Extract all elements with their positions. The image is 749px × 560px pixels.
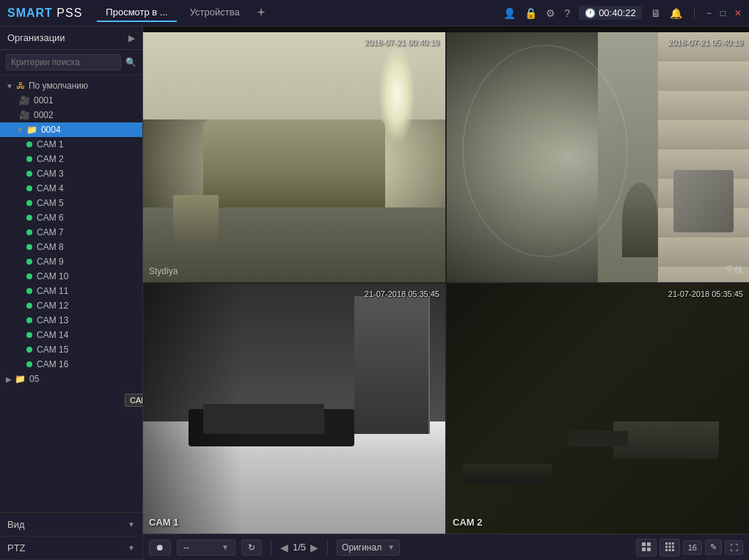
layout-4-icon xyxy=(641,542,651,552)
layout-16-button[interactable]: 16 xyxy=(683,540,702,555)
cam3-scene xyxy=(143,284,445,534)
tree-item-cam4[interactable]: CAM 4 xyxy=(0,181,142,196)
tree-item-cam8[interactable]: CAM 8 xyxy=(0,240,142,254)
view-dropdown-arrow: ▼ xyxy=(128,520,135,528)
tree-item-0002[interactable]: 🎥 0002 xyxy=(0,108,142,122)
app-name-light: PSS xyxy=(53,7,82,19)
sidebar-bottom: Вид ▼ PTZ ▼ xyxy=(0,512,142,560)
tree-item-cam13[interactable]: CAM 13 xyxy=(0,313,142,328)
tree-label-0004: 0004 xyxy=(41,125,61,135)
cam-status-dot xyxy=(26,259,32,265)
settings-icon[interactable]: ⚙ xyxy=(546,7,555,19)
tree-item-05[interactable]: ▶ 📁 05 xyxy=(0,372,142,386)
close-button[interactable]: ✕ xyxy=(734,8,742,18)
layout-4-button[interactable] xyxy=(636,539,657,556)
tree-item-cam2[interactable]: CAM 2 xyxy=(0,152,142,166)
app-logo: SMART PSS xyxy=(7,7,82,20)
cam2-scene xyxy=(447,32,749,282)
svg-rect-12 xyxy=(672,549,674,551)
tree-item-cam15[interactable]: CAM 15 xyxy=(0,342,142,357)
next-page-button[interactable]: ▶ xyxy=(310,542,318,553)
separator-1 xyxy=(271,540,271,555)
refresh-button[interactable]: ↻ xyxy=(241,539,262,556)
svg-rect-10 xyxy=(665,549,668,551)
cam-status-dot xyxy=(26,361,32,367)
tree-item-cam7[interactable]: CAM 7 xyxy=(0,225,142,240)
record-button[interactable]: ⏺ xyxy=(149,539,171,556)
ptz-item[interactable]: PTZ ▼ xyxy=(0,537,142,560)
svg-rect-6 xyxy=(672,542,674,545)
ptz-dropdown-arrow: ▼ xyxy=(128,544,135,552)
cam1-furniture xyxy=(173,195,219,245)
separator-2 xyxy=(327,540,328,555)
tab-devices[interactable]: Устройства xyxy=(181,4,249,22)
tree-item-cam3[interactable]: CAM 3 CAM 3 xyxy=(0,166,142,181)
tree-item-cam1[interactable]: CAM 1 xyxy=(0,137,142,152)
video-cell-2[interactable]: 2018-07-21 05:40:19 千検 xyxy=(447,32,749,282)
tree-item-0004[interactable]: ▼ 📁 0004 xyxy=(0,122,142,137)
tree-item-cam10[interactable]: CAM 10 xyxy=(0,269,142,284)
cam2-object xyxy=(622,183,658,257)
video-cell-1[interactable]: 2018-07-21 00:40:19 Stydiya xyxy=(143,32,445,282)
lock-icon[interactable]: 🔒 xyxy=(525,7,537,19)
device-icon-0001: 🎥 xyxy=(19,95,30,106)
fullscreen-button[interactable]: ⛶ xyxy=(725,540,743,555)
user-icon[interactable]: 👤 xyxy=(503,7,516,19)
cam2-fisheye xyxy=(462,45,629,257)
video-cell-4[interactable]: 21-07-2018 05:35:45 CAM 2 xyxy=(447,284,749,534)
cam1-sofa xyxy=(203,119,384,207)
tree-item-cam12[interactable]: CAM 12 xyxy=(0,298,142,313)
tree-label-05: 05 xyxy=(29,374,39,384)
cam-status-dot xyxy=(26,288,32,294)
layout-9-button[interactable] xyxy=(660,539,680,556)
tree-item-default[interactable]: ▼ 🖧 По умолчанию xyxy=(0,78,142,93)
cam-status-dot xyxy=(26,156,32,162)
video-cell-3[interactable]: 21-07-2018 05:35:45 CAM 1 xyxy=(143,284,445,534)
tree-label-cam12: CAM 12 xyxy=(37,301,68,311)
maximize-button[interactable]: □ xyxy=(720,8,726,18)
tree-item-cam6[interactable]: CAM 6 xyxy=(0,210,142,225)
view-item[interactable]: Вид ▼ xyxy=(0,513,142,537)
device-tree: ▼ 🖧 По умолчанию 🎥 0001 🎥 0002 ▼ 📁 0004 xyxy=(0,75,142,512)
edit-layout-button[interactable]: ✎ xyxy=(705,539,722,555)
tree-label-cam5: CAM 5 xyxy=(37,198,64,208)
cam3-tooltip: CAM 3 xyxy=(125,394,142,407)
search-box: 🔍 xyxy=(0,50,142,75)
tree-item-cam5[interactable]: CAM 5 xyxy=(0,196,142,210)
help-icon[interactable]: ? xyxy=(564,7,570,19)
quality-dropdown[interactable]: Оригинал ▼ xyxy=(337,539,400,556)
prev-page-button[interactable]: ◀ xyxy=(280,542,288,553)
tree-item-cam9[interactable]: CAM 9 xyxy=(0,254,142,269)
tree-item-cam16[interactable]: CAM 16 xyxy=(0,357,142,372)
tree-item-0001[interactable]: 🎥 0001 xyxy=(0,93,142,108)
add-tab-button[interactable]: + xyxy=(253,5,270,21)
ptz-label: PTZ xyxy=(7,542,26,553)
page-navigation: ◀ 1/5 ▶ xyxy=(280,542,318,553)
organizations-arrow[interactable]: ▶ xyxy=(128,33,135,43)
fullscreen-icon: ⛶ xyxy=(730,543,738,552)
separator xyxy=(694,7,695,19)
tab-liveview[interactable]: Просмотр в ... xyxy=(97,4,176,22)
tree-label-default: По умолчанию xyxy=(29,81,88,91)
cam2-label: 千検 xyxy=(726,264,743,276)
titlebar: SMART PSS Просмотр в ... Устройства + 👤 … xyxy=(0,0,749,26)
tree-label-cam13: CAM 13 xyxy=(37,315,68,325)
cam-status-dot xyxy=(26,347,32,353)
bell-icon[interactable]: 🔔 xyxy=(670,7,682,19)
tree-item-cam11[interactable]: CAM 11 xyxy=(0,284,142,298)
folder-icon: 🖧 xyxy=(16,81,25,91)
search-input[interactable] xyxy=(6,54,121,70)
cam4-object2 xyxy=(462,464,553,484)
tree-label-cam3: CAM 3 xyxy=(37,169,64,179)
tree-label-cam11: CAM 11 xyxy=(37,286,68,296)
dropdown-select[interactable]: -- ▼ xyxy=(177,539,235,556)
monitor-icon[interactable]: 🖥 xyxy=(651,7,661,19)
cam-status-dot xyxy=(26,185,32,191)
cam2-timestamp: 2018-07-21 05:40:19 xyxy=(668,38,743,47)
minimize-button[interactable]: − xyxy=(706,8,712,18)
search-icon[interactable]: 🔍 xyxy=(125,57,136,67)
tree-item-cam14[interactable]: CAM 14 xyxy=(0,328,142,342)
cam-status-dot xyxy=(26,141,32,147)
cam4-object3 xyxy=(568,431,628,446)
cam-status-dot xyxy=(26,244,32,250)
